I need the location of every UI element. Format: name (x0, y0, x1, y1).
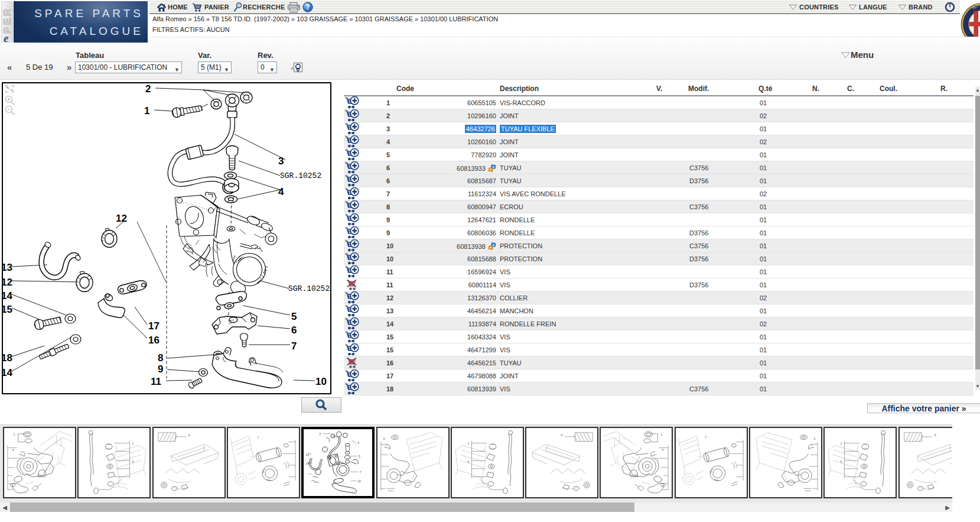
svg-text:?: ? (305, 3, 310, 11)
svg-text:6: 6 (188, 434, 190, 437)
svg-text:1: 1 (14, 433, 15, 436)
svg-text:7: 7 (360, 471, 362, 474)
svg-text:14: 14 (3, 290, 12, 301)
svg-text:7: 7 (705, 436, 706, 439)
svg-text:3: 3 (357, 442, 359, 445)
svg-text:SGR.10252: SGR.10252 (280, 171, 321, 180)
svg-text:4: 4 (841, 461, 842, 463)
svg-text:9: 9 (158, 364, 163, 375)
svg-text:7: 7 (257, 436, 259, 439)
svg-text:2: 2 (145, 83, 151, 95)
svg-text:12: 12 (3, 277, 12, 288)
svg-text:1: 1 (841, 442, 842, 445)
svg-text:10: 10 (315, 376, 327, 387)
svg-text:2: 2 (320, 433, 321, 436)
svg-text:2: 2 (383, 437, 385, 440)
svg-text:18: 18 (3, 352, 12, 364)
svg-text:SGR.10252: SGR.10252 (288, 284, 330, 293)
svg-text:13: 13 (306, 453, 310, 456)
svg-text:4: 4 (12, 449, 14, 452)
svg-text:1: 1 (132, 442, 134, 445)
svg-text:PER: PER (2, 7, 13, 34)
svg-text:1: 1 (467, 442, 469, 445)
svg-text:1: 1 (661, 433, 663, 436)
svg-text:15: 15 (3, 304, 12, 315)
svg-text:6: 6 (561, 434, 562, 437)
svg-text:5: 5 (359, 455, 360, 458)
svg-text:4: 4 (278, 186, 284, 197)
svg-text:6: 6 (935, 434, 936, 437)
svg-text:4: 4 (132, 461, 134, 463)
svg-text:11: 11 (151, 376, 161, 387)
svg-text:5: 5 (291, 311, 297, 322)
svg-text:10: 10 (357, 480, 361, 483)
svg-text:14: 14 (306, 462, 310, 465)
svg-text:e: e (4, 32, 9, 43)
svg-text:6: 6 (291, 325, 297, 336)
svg-text:13: 13 (3, 262, 12, 273)
svg-text:1: 1 (144, 105, 149, 116)
svg-text:17: 17 (148, 320, 159, 332)
svg-text:16: 16 (148, 335, 159, 346)
svg-text:7: 7 (291, 341, 297, 352)
svg-text:14: 14 (3, 367, 12, 378)
svg-text:8: 8 (158, 352, 163, 364)
svg-text:4: 4 (662, 449, 664, 452)
svg-text:3: 3 (278, 155, 284, 167)
svg-text:12: 12 (116, 213, 127, 224)
svg-text:2: 2 (813, 437, 815, 440)
svg-text:4: 4 (467, 461, 469, 463)
